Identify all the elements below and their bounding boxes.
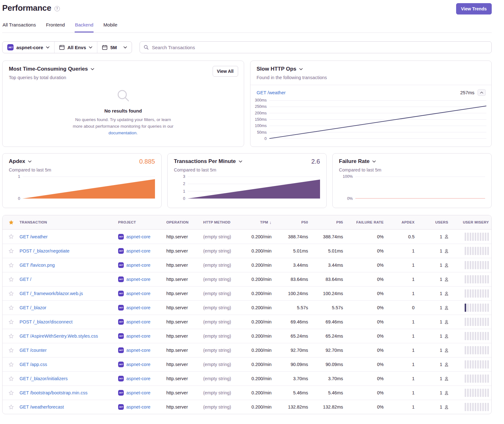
table-row: POST /_blazor/disconnect.NETaspnet-coreh…: [3, 315, 491, 329]
project-link[interactable]: .NETaspnet-core: [118, 333, 166, 339]
tab-all-transactions[interactable]: All Transactions: [2, 22, 36, 32]
user-misery-bars: [451, 360, 491, 369]
tab-mobile[interactable]: Mobile: [103, 22, 117, 32]
project-link[interactable]: .NETaspnet-core: [118, 305, 166, 311]
users-cell: 1: [418, 362, 451, 367]
col-operation[interactable]: OPERATION: [166, 220, 203, 224]
http-method-cell: (empty string): [203, 334, 244, 339]
p95-cell: 69.46ms: [311, 319, 346, 324]
failure-rate-cell: 0%: [346, 305, 387, 310]
transaction-link[interactable]: GET /_framework/blazor.web.js: [20, 291, 118, 296]
transaction-link[interactable]: GET /favicon.png: [20, 263, 118, 268]
help-icon[interactable]: ?: [54, 6, 60, 11]
tpm-cell: 0.200/min: [244, 362, 275, 367]
transaction-link[interactable]: GET /_blazor/initializers: [20, 376, 118, 381]
http-card-title-dropdown[interactable]: Slow HTTP Ops: [257, 66, 485, 72]
col-apdex[interactable]: APDEX: [387, 220, 418, 224]
tpm-card: Transactions Per Minute 2.6 Compared to …: [167, 153, 327, 208]
window-icon: [59, 45, 65, 50]
transaction-link[interactable]: GET /weatherforecast: [20, 404, 118, 409]
favorite-star-icon[interactable]: [3, 248, 20, 254]
http-method-cell: (empty string): [203, 277, 244, 282]
tpm-chart: 3210: [174, 177, 320, 199]
slow-http-ops-card: Slow HTTP Ops Found in the following tra…: [250, 61, 492, 147]
view-trends-button[interactable]: View Trends: [456, 3, 492, 15]
project-link[interactable]: .NETaspnet-core: [118, 319, 166, 325]
project-link[interactable]: .NETaspnet-core: [118, 376, 166, 381]
col-p95[interactable]: P95: [311, 220, 346, 224]
favorite-star-icon[interactable]: [3, 305, 20, 311]
project-link[interactable]: .NETaspnet-core: [118, 234, 166, 240]
operation-cell: http.server: [166, 234, 203, 239]
transaction-link[interactable]: GET /counter: [20, 348, 118, 353]
http-method-cell: (empty string): [203, 248, 244, 253]
project-link[interactable]: .NETaspnet-core: [118, 248, 166, 254]
http-transaction-link[interactable]: GET /weather: [257, 90, 286, 95]
project-filter[interactable]: .NET aspnet-core: [3, 42, 54, 53]
favorite-star-icon[interactable]: [3, 234, 20, 239]
col-http-method[interactable]: HTTP METHOD: [203, 220, 244, 224]
favorite-star-icon[interactable]: [3, 348, 20, 353]
col-failure-rate[interactable]: FAILURE RATE: [346, 220, 387, 224]
col-project[interactable]: PROJECT: [118, 220, 166, 224]
project-link[interactable]: .NETaspnet-core: [118, 291, 166, 296]
transaction-link[interactable]: POST /_blazor/disconnect: [20, 319, 118, 324]
favorite-star-icon[interactable]: [3, 263, 20, 268]
transaction-link[interactable]: GET /: [20, 277, 118, 282]
failure-rate-cell: 0%: [346, 334, 387, 339]
col-users[interactable]: USERS: [418, 220, 451, 224]
failure-rate-cell: 0%: [346, 390, 387, 395]
col-user-misery[interactable]: USER MISERY: [451, 220, 491, 224]
tab-backend[interactable]: Backend: [75, 22, 94, 32]
favorite-star-icon[interactable]: [3, 404, 20, 410]
p95-cell: 100.24ms: [311, 291, 346, 296]
search-input[interactable]: [140, 41, 492, 53]
project-link[interactable]: .NETaspnet-core: [118, 362, 166, 367]
favorite-star-icon[interactable]: [3, 376, 20, 381]
project-link[interactable]: .NETaspnet-core: [118, 404, 166, 410]
col-p50[interactable]: P50: [275, 220, 311, 224]
time-range-filter[interactable]: 5M: [97, 42, 132, 53]
transaction-link[interactable]: POST /_blazor/negotiate: [20, 248, 118, 253]
chevron-up-icon: [480, 91, 483, 94]
favorites-header-star-icon[interactable]: [3, 220, 20, 225]
documentation-link[interactable]: documentation: [109, 131, 137, 135]
view-all-button[interactable]: View All: [213, 66, 238, 77]
failure-rate-subtitle: Compared to last 5m: [339, 167, 485, 172]
tab-frontend[interactable]: Frontend: [46, 22, 65, 32]
table-row: GET /bootstrap/bootstrap.min.css.NETaspn…: [3, 386, 491, 400]
apdex-dropdown[interactable]: Apdex: [9, 158, 155, 165]
tpm-value: 2.6: [311, 158, 320, 165]
table-row: POST /_blazor/negotiate.NETaspnet-coreht…: [3, 244, 491, 258]
tpm-cell: 0.200/min: [244, 248, 275, 253]
filter-group: .NET aspnet-core All Envs 5M: [2, 41, 132, 53]
transaction-link[interactable]: GET /weather: [20, 234, 118, 239]
p50-cell: 3.70ms: [275, 376, 311, 381]
p95-cell: 132.82ms: [311, 404, 346, 409]
col-tpm[interactable]: TPM↓: [244, 220, 275, 225]
favorite-star-icon[interactable]: [3, 319, 20, 325]
favorite-star-icon[interactable]: [3, 277, 20, 282]
transaction-link[interactable]: GET /app.css: [20, 362, 118, 367]
project-link[interactable]: .NETaspnet-core: [118, 262, 166, 268]
favorite-star-icon[interactable]: [3, 390, 20, 396]
project-link[interactable]: .NETaspnet-core: [118, 276, 166, 282]
p50-cell: 3.44ms: [275, 263, 311, 268]
environment-filter[interactable]: All Envs: [54, 42, 97, 53]
dotnet-badge-icon: .NET: [118, 319, 124, 325]
project-link[interactable]: .NETaspnet-core: [118, 347, 166, 353]
favorite-star-icon[interactable]: [3, 291, 20, 296]
transaction-link[interactable]: GET /_blazor: [20, 305, 118, 310]
collapse-button[interactable]: [478, 89, 486, 96]
favorite-star-icon[interactable]: [3, 334, 20, 339]
transaction-link[interactable]: GET /AspireWithSentry.Web.styles.css: [20, 334, 118, 339]
transaction-link[interactable]: GET /bootstrap/bootstrap.min.css: [20, 390, 118, 395]
failure-rate-dropdown[interactable]: Failure Rate: [339, 158, 485, 165]
col-transaction[interactable]: TRANSACTION: [20, 220, 118, 224]
project-filter-label: aspnet-core: [16, 45, 43, 50]
project-link[interactable]: .NETaspnet-core: [118, 390, 166, 396]
operation-cell: http.server: [166, 404, 203, 409]
queries-card-title-dropdown[interactable]: Most Time-Consuming Queries: [9, 66, 238, 72]
tpm-dropdown[interactable]: Transactions Per Minute: [174, 158, 320, 165]
favorite-star-icon[interactable]: [3, 362, 20, 367]
